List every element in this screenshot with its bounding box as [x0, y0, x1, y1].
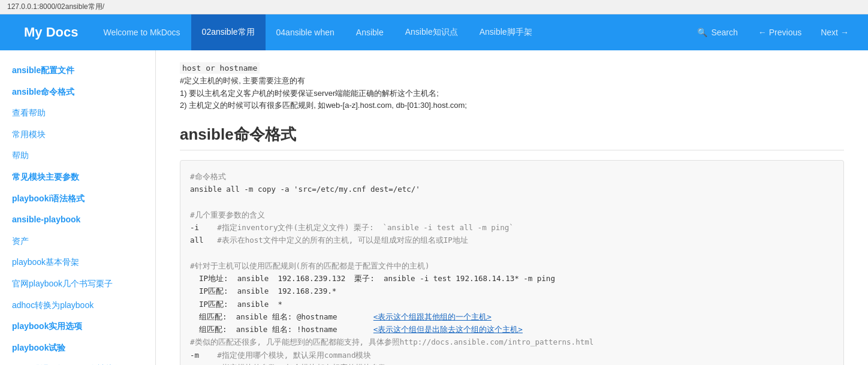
- sidebar-item-playbook-syntax[interactable]: playbooki语法格式: [0, 188, 155, 210]
- nav-knowledge[interactable]: Ansible知识点: [394, 14, 469, 50]
- sidebar-item-official-examples[interactable]: 官网playbook几个书写栗子: [0, 273, 155, 295]
- search-button[interactable]: 🔍 Search: [686, 14, 748, 50]
- sidebar-item-playbook-skeleton[interactable]: playbook基本骨架: [0, 252, 155, 273]
- main-content: host or hostname #定义主机的时候, 主要需要注意的有 1) 要…: [156, 50, 868, 365]
- nav-04ansible[interactable]: 04ansible when: [266, 14, 345, 50]
- hostname-section: host or hostname #定义主机的时候, 主要需要注意的有 1) 要…: [180, 62, 844, 112]
- nav-scaffold[interactable]: Ansible脚手架: [469, 14, 543, 50]
- sidebar-item-adhoc-to-playbook[interactable]: adhoc转换为playbook: [0, 295, 155, 316]
- address-url: 127.0.0.1:8000/02ansible常用/: [7, 2, 104, 12]
- next-button[interactable]: Next →: [811, 14, 858, 50]
- main-layout: ansible配置文件 ansible命令格式 查看帮助 常用模块 帮助 常见模…: [0, 50, 868, 365]
- sidebar-item-cmdformat[interactable]: ansible命令格式: [0, 82, 155, 103]
- right-arrow-icon: →: [840, 28, 849, 37]
- prev-label: Previous: [769, 28, 801, 37]
- search-icon: 🔍: [697, 28, 707, 37]
- next-label: Next: [821, 28, 838, 37]
- prev-button[interactable]: ← Previous: [749, 14, 811, 50]
- section-heading-cmdformat: ansible命令格式: [180, 124, 844, 150]
- sidebar-item-modparams[interactable]: 常见模块主要参数: [0, 167, 155, 188]
- hostname-item2: 2) 主机定义的时候可以有很多匹配规则, 如web-[a-z].host.com…: [180, 99, 844, 112]
- hostname-line1: host or hostname: [180, 62, 844, 75]
- nav-ansible[interactable]: Ansible: [345, 14, 394, 50]
- nav-02ansible[interactable]: 02ansible常用: [191, 14, 266, 50]
- search-label: Search: [711, 28, 737, 37]
- hostname-item1: 1) 要以主机名定义客户机的时候要保证server端能能正确的解析这个主机名;: [180, 88, 844, 100]
- sidebar-item-help[interactable]: 查看帮助: [0, 102, 155, 124]
- sidebar-item-playbook-options[interactable]: playbook实用选项: [0, 316, 155, 337]
- navbar: My Docs Welcome to MkDocs 02ansible常用 04…: [0, 14, 868, 50]
- sidebar-item-ansible-playbook[interactable]: ansible-playbook: [0, 209, 155, 231]
- sidebar-item-bangzhu[interactable]: 帮助: [0, 145, 155, 167]
- hostname-desc: #定义主机的时候, 主要需要注意的有: [180, 75, 844, 88]
- hostname-code: host or hostname: [180, 62, 260, 74]
- brand-logo[interactable]: My Docs: [10, 25, 92, 40]
- left-arrow-icon: ←: [758, 28, 767, 37]
- nav-right-group: 🔍 Search ← Previous Next →: [686, 14, 858, 50]
- sidebar-item-config[interactable]: ansible配置文件: [0, 60, 155, 82]
- nav-welcome[interactable]: Welcome to MkDocs: [92, 14, 191, 50]
- sidebar-item-modules[interactable]: 常用模块: [0, 124, 155, 146]
- sidebar-item-assets[interactable]: 资产: [0, 231, 155, 252]
- sidebar-item-step1-error[interactable]: step1错误 则step2不会被执行: [0, 358, 155, 365]
- sidebar-item-playbook-test[interactable]: playbook试验: [0, 337, 155, 359]
- code-block-cmdformat: #命令格式 ansible all -m copy -a 'src=/etc/m…: [180, 160, 844, 365]
- sidebar: ansible配置文件 ansible命令格式 查看帮助 常用模块 帮助 常见模…: [0, 50, 156, 365]
- address-bar: 127.0.0.1:8000/02ansible常用/: [0, 0, 868, 14]
